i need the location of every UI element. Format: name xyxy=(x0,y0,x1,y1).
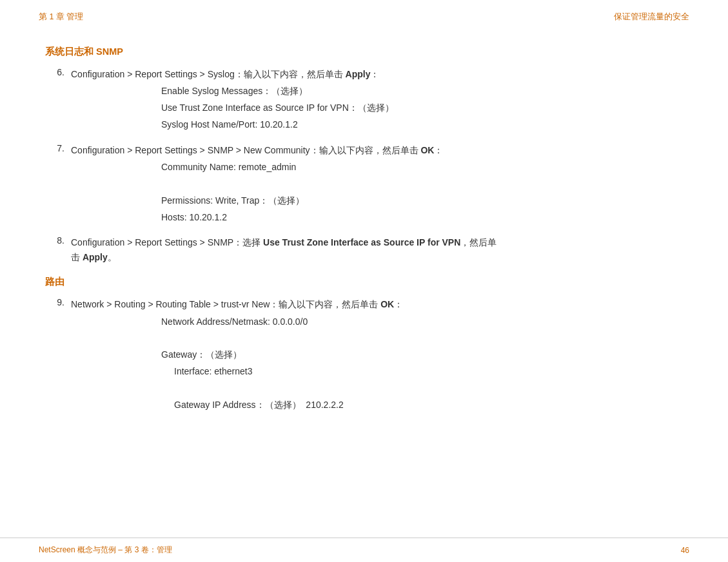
sub-line-9-spacer2 xyxy=(161,381,683,396)
item-main-line-6: Configuration > Report Settings > Syslog… xyxy=(71,67,683,81)
item-main-line-7: Configuration > Report Settings > SNMP >… xyxy=(71,143,683,157)
main-content: 系统日志和 SNMP 6. Configuration > Report Set… xyxy=(0,29,728,436)
section-heading-routing: 路由 xyxy=(45,276,683,288)
sub-line-9-3: Interface: ethernet3 xyxy=(161,364,683,380)
item-number-9: 9. xyxy=(45,297,64,307)
bold-apply-8: Apply xyxy=(83,252,108,262)
bold-apply-6: Apply xyxy=(346,69,371,79)
sub-line-7-spacer xyxy=(161,177,683,192)
sub-content-7: Community Name: remote_admin Permissions… xyxy=(161,160,683,225)
item-content-9: Network > Routing > Routing Table > trus… xyxy=(71,297,683,414)
sub-line-9-2: Gateway：（选择） xyxy=(161,347,683,363)
bold-use-trust-8: Use Trust Zone Interface as Source IP fo… xyxy=(263,237,460,247)
item-main-line-8: Configuration > Report Settings > SNMP：选… xyxy=(71,235,683,264)
list-item: 7. Configuration > Report Settings > SNM… xyxy=(45,143,683,227)
sub-content-9: Network Address/Netmask: 0.0.0.0/0 Gatew… xyxy=(161,315,683,413)
sub-content-6: Enable Syslog Messages：（选择） Use Trust Zo… xyxy=(161,84,683,132)
sub-line-6-2: Use Trust Zone Interface as Source IP fo… xyxy=(161,101,683,116)
section-heading-syslog: 系统日志和 SNMP xyxy=(45,46,683,58)
item-number-8: 8. xyxy=(45,235,64,246)
item-content-6: Configuration > Report Settings > Syslog… xyxy=(71,67,683,134)
page-footer: NetScreen 概念与范例 – 第 3 卷：管理 46 xyxy=(0,538,728,562)
sub-line-9-spacer xyxy=(161,331,683,346)
list-item: 9. Network > Routing > Routing Table > t… xyxy=(45,297,683,414)
sub-line-7-3: Hosts: 10.20.1.2 xyxy=(161,210,683,226)
header-section: 保证管理流量的安全 xyxy=(614,12,689,23)
item-content-7: Configuration > Report Settings > SNMP >… xyxy=(71,143,683,227)
bold-ok-9: OK xyxy=(380,299,394,309)
list-item: 8. Configuration > Report Settings > SNM… xyxy=(45,235,683,267)
page-header: 第 1 章 管理 保证管理流量的安全 xyxy=(0,0,728,29)
footer-title: NetScreen 概念与范例 – 第 3 卷：管理 xyxy=(39,545,172,556)
footer-page-number: 46 xyxy=(681,546,689,555)
item-number-7: 7. xyxy=(45,143,64,153)
page-container: 第 1 章 管理 保证管理流量的安全 系统日志和 SNMP 6. Configu… xyxy=(0,0,728,562)
sub-line-6-3: Syslog Host Name/Port: 10.20.1.2 xyxy=(161,117,683,133)
sub-line-9-4: Gateway IP Address：（选择） 210.2.2.2 xyxy=(161,398,683,413)
item-content-8: Configuration > Report Settings > SNMP：选… xyxy=(71,235,683,267)
sub-line-7-2: Permissions: Write, Trap：（选择） xyxy=(161,193,683,209)
sub-line-7-1: Community Name: remote_admin xyxy=(161,160,683,175)
item-number-6: 6. xyxy=(45,67,64,77)
header-chapter: 第 1 章 管理 xyxy=(39,12,83,23)
item-main-line-9: Network > Routing > Routing Table > trus… xyxy=(71,297,683,311)
bold-ok-7: OK xyxy=(420,145,434,155)
sub-line-9-1: Network Address/Netmask: 0.0.0.0/0 xyxy=(161,315,683,330)
list-item: 6. Configuration > Report Settings > Sys… xyxy=(45,67,683,134)
sub-line-6-1: Enable Syslog Messages：（选择） xyxy=(161,84,683,99)
